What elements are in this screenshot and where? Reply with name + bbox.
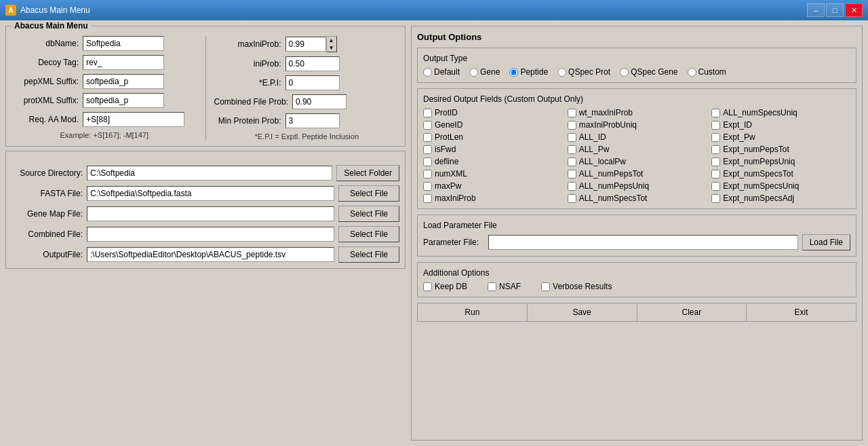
- field-checkbox-expt_numspecsadj[interactable]: [711, 194, 720, 203]
- fasta-file-input[interactable]: [87, 186, 334, 201]
- field-checkbox-expt_numpepsuniq[interactable]: [711, 157, 720, 166]
- field-checkbox-wt_maxiniprob[interactable]: [568, 109, 576, 117]
- field-item-isfwd[interactable]: isFwd: [423, 145, 562, 154]
- param-file-input[interactable]: [488, 235, 798, 250]
- field-item-expt_pw[interactable]: Expt_Pw: [711, 132, 850, 142]
- iniprob-input[interactable]: [285, 56, 340, 71]
- field-item-all_numpepsuniq[interactable]: ALL_numPepsUniq: [568, 181, 707, 191]
- gene-map-input[interactable]: [87, 206, 334, 221]
- decoy-tag-row: Decoy Tag:: [12, 55, 197, 70]
- output-file-input[interactable]: [87, 247, 334, 262]
- select-folder-button[interactable]: Select Folder: [336, 165, 399, 181]
- radio-default[interactable]: Default: [423, 67, 460, 77]
- dbname-input[interactable]: [83, 36, 164, 51]
- select-fasta-button[interactable]: Select File: [338, 185, 399, 202]
- protxml-suffix-input[interactable]: [83, 93, 164, 108]
- action-btn-save[interactable]: Save: [528, 303, 637, 321]
- combined-file-prob-input[interactable]: [292, 94, 347, 109]
- field-checkbox-isfwd[interactable]: [423, 145, 432, 154]
- field-checkbox-expt_id[interactable]: [711, 121, 720, 130]
- select-output-button[interactable]: Select File: [338, 246, 399, 263]
- radio-gene[interactable]: Gene: [469, 67, 500, 77]
- field-item-wt_maxiniprob[interactable]: wt_maxIniProb: [568, 108, 707, 117]
- field-checkbox-maxiniprobuniq[interactable]: [568, 121, 576, 130]
- field-checkbox-all_numpepsuniq[interactable]: [568, 182, 576, 191]
- field-item-expt_id[interactable]: Expt_ID: [711, 120, 850, 130]
- field-checkbox-expt_pw[interactable]: [711, 133, 720, 142]
- field-item-expt_numpepstot[interactable]: Expt_numPepsTot: [711, 145, 850, 154]
- load-file-button[interactable]: Load File: [802, 234, 850, 250]
- radio-gene-input[interactable]: [469, 68, 478, 77]
- source-dir-input[interactable]: [87, 166, 332, 181]
- req-aa-mod-input[interactable]: [83, 112, 184, 127]
- radio-qspec-prot[interactable]: QSpec Prot: [557, 67, 610, 77]
- select-genemap-button[interactable]: Select File: [338, 206, 399, 222]
- field-item-expt_numspecsuniq[interactable]: Expt_numSpecsUniq: [711, 181, 850, 191]
- radio-peptide[interactable]: Peptide: [509, 67, 548, 77]
- checkbox-keep-db[interactable]: [423, 282, 432, 291]
- field-item-numxml[interactable]: numXML: [423, 169, 562, 179]
- field-checkbox-expt_numspecstot[interactable]: [711, 170, 720, 179]
- action-btn-clear[interactable]: Clear: [637, 303, 747, 321]
- checkbox-item-nsaf[interactable]: NSAF: [488, 282, 521, 291]
- field-checkbox-maxpw[interactable]: [423, 182, 432, 191]
- epi-input[interactable]: [285, 75, 340, 90]
- field-checkbox-numxml[interactable]: [423, 170, 432, 179]
- field-checkbox-all_numpepstot[interactable]: [568, 170, 576, 179]
- field-item-all_numspecstot[interactable]: ALL_numSpecsTot: [568, 193, 707, 203]
- spinbox-up[interactable]: ▲: [327, 37, 336, 44]
- radio-custom-input[interactable]: [688, 68, 696, 77]
- radio-qspec-prot-input[interactable]: [557, 68, 566, 77]
- decoy-tag-input[interactable]: [83, 55, 164, 70]
- combined-file-input[interactable]: [87, 227, 334, 242]
- field-item-all_pw[interactable]: ALL_Pw: [568, 145, 707, 154]
- field-item-geneid[interactable]: GeneID: [423, 120, 562, 130]
- checkbox-item-verbose-results[interactable]: Verbose Results: [541, 282, 612, 291]
- field-item-all_numpepstot[interactable]: ALL_numPepsTot: [568, 169, 707, 179]
- field-checkbox-defline[interactable]: [423, 157, 432, 166]
- field-item-expt_numspecstot[interactable]: Expt_numSpecsTot: [711, 169, 850, 179]
- field-item-expt_numpepsuniq[interactable]: Expt_numPepsUniq: [711, 157, 850, 166]
- field-item-all_numspecsuniq[interactable]: ALL_numSpecsUniq: [711, 108, 850, 117]
- select-combined-button[interactable]: Select File: [338, 226, 399, 242]
- radio-qspec-gene-input[interactable]: [620, 68, 629, 77]
- field-item-defline[interactable]: defline: [423, 157, 562, 166]
- field-checkbox-all_numspecstot[interactable]: [568, 194, 576, 203]
- spinbox-down[interactable]: ▼: [327, 44, 336, 52]
- maxiniprob-input[interactable]: [285, 37, 326, 52]
- minimize-button[interactable]: –: [807, 3, 825, 17]
- field-item-maxpw[interactable]: maxPw: [423, 181, 562, 191]
- field-checkbox-all_numspecsuniq[interactable]: [711, 109, 720, 117]
- field-checkbox-protid[interactable]: [423, 109, 432, 117]
- radio-qspec-gene[interactable]: QSpec Gene: [620, 67, 677, 77]
- radio-default-input[interactable]: [423, 68, 432, 77]
- epi-label: *E.P.I:: [214, 78, 285, 88]
- field-checkbox-maxiniprob[interactable]: [423, 194, 432, 203]
- min-protein-prob-input[interactable]: [285, 113, 340, 128]
- field-checkbox-all_localpw[interactable]: [568, 157, 576, 166]
- field-checkbox-protlen[interactable]: [423, 133, 432, 142]
- field-checkbox-all_id[interactable]: [568, 133, 576, 142]
- field-checkbox-geneid[interactable]: [423, 121, 432, 130]
- radio-custom[interactable]: Custom: [688, 67, 726, 77]
- radio-peptide-input[interactable]: [509, 68, 518, 77]
- field-item-all_localpw[interactable]: ALL_localPw: [568, 157, 707, 166]
- field-item-expt_numspecsadj[interactable]: Expt_numSpecsAdj: [711, 193, 850, 203]
- checkbox-verbose-results[interactable]: [541, 282, 550, 291]
- maximize-button[interactable]: □: [826, 3, 844, 17]
- field-item-maxiniprob[interactable]: maxIniProb: [423, 193, 562, 203]
- maxiniprob-spinbox: ▲ ▼: [285, 36, 337, 52]
- pepxml-suffix-input[interactable]: [83, 74, 164, 89]
- field-item-maxiniprobuniq[interactable]: maxIniProbUniq: [568, 120, 707, 130]
- action-btn-exit[interactable]: Exit: [747, 303, 856, 321]
- field-item-protid[interactable]: ProtID: [423, 108, 562, 117]
- field-item-all_id[interactable]: ALL_ID: [568, 132, 707, 142]
- field-checkbox-all_pw[interactable]: [568, 145, 576, 154]
- field-checkbox-expt_numpepstot[interactable]: [711, 145, 720, 154]
- checkbox-nsaf[interactable]: [488, 282, 496, 291]
- checkbox-item-keep-db[interactable]: Keep DB: [423, 282, 467, 291]
- action-btn-run[interactable]: Run: [418, 303, 528, 321]
- close-button[interactable]: ✕: [845, 3, 863, 17]
- field-checkbox-expt_numspecsuniq[interactable]: [711, 182, 720, 191]
- field-item-protlen[interactable]: ProtLen: [423, 132, 562, 142]
